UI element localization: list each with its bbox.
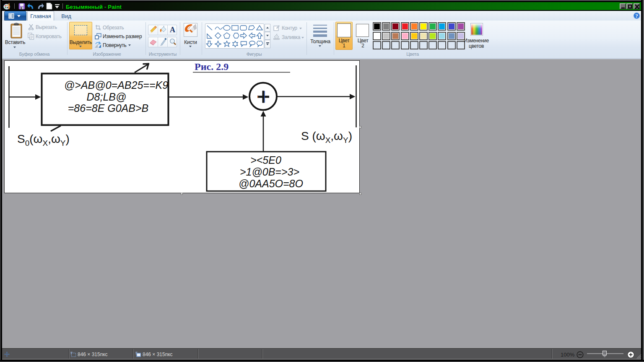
svg-text:?: ? [635,13,638,19]
